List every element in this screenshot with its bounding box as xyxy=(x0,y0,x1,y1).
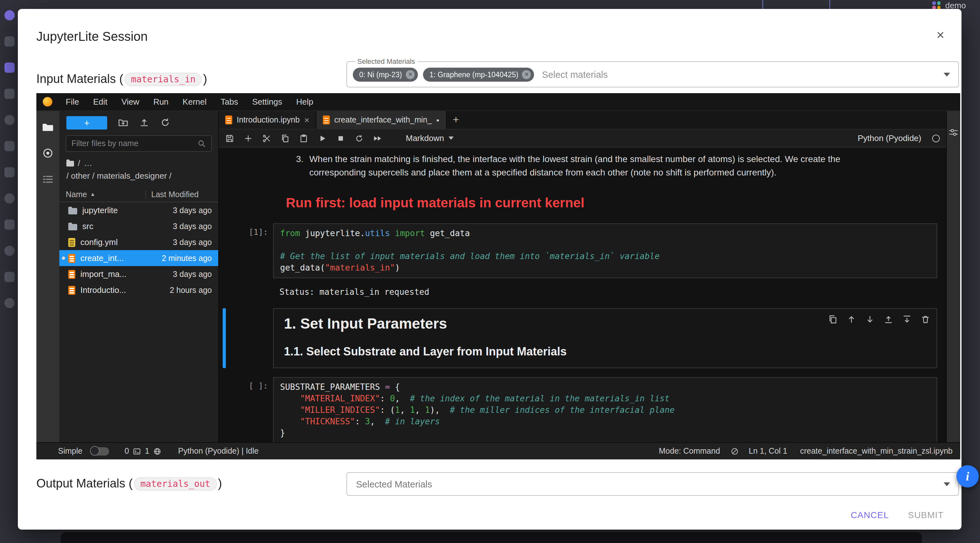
trust-icon xyxy=(730,447,738,455)
menu-item-kernel[interactable]: Kernel xyxy=(175,93,213,111)
app-tool-icon xyxy=(5,167,15,177)
breadcrumb-path[interactable]: / other / materials_designer / xyxy=(66,170,211,183)
menu-item-edit[interactable]: Edit xyxy=(86,93,115,111)
move-cell-down-icon[interactable] xyxy=(865,315,875,324)
menu-item-view[interactable]: View xyxy=(115,93,146,111)
running-kernels-icon[interactable] xyxy=(42,147,54,159)
menu-item-tabs[interactable]: Tabs xyxy=(214,93,245,111)
restart-kernel-icon[interactable] xyxy=(355,134,364,143)
background-panel xyxy=(60,532,922,543)
dock-panel: Introduction.ipynb×create_interface_with… xyxy=(219,111,946,442)
file-row[interactable]: config.yml3 days ago xyxy=(59,234,218,250)
file-modified: 2 minutes ago xyxy=(162,254,212,263)
material-chip[interactable]: 0: Ni (mp-23)× xyxy=(353,67,418,81)
jupyterlite-session-dialog: JupyterLite Session × Input Materials ( … xyxy=(18,9,961,530)
command-mode-label[interactable]: Mode: Command xyxy=(659,447,720,455)
file-row[interactable]: src3 days ago xyxy=(59,218,218,234)
move-cell-up-icon[interactable] xyxy=(846,315,856,324)
close-icon[interactable]: × xyxy=(304,115,309,125)
notebook-icon xyxy=(68,254,75,263)
delete-cell-icon[interactable] xyxy=(921,315,930,324)
yaml-icon xyxy=(68,238,75,247)
terminals-count[interactable]: 0 xyxy=(124,447,129,455)
run-icon[interactable] xyxy=(318,134,327,143)
property-inspector-icon[interactable] xyxy=(949,127,958,442)
new-launcher-button[interactable]: + xyxy=(66,116,107,129)
cell-collapser[interactable] xyxy=(223,223,226,278)
code-editor[interactable]: SUBSTRATE_PARAMETERS = { "MATERIAL_INDEX… xyxy=(273,377,937,442)
stop-icon[interactable] xyxy=(336,134,345,143)
copy-icon[interactable] xyxy=(281,134,290,143)
code-editor[interactable]: from jupyterlite.utils import get_data #… xyxy=(273,223,937,278)
sort-asc-icon: ▲ xyxy=(90,192,95,197)
kernel-name[interactable]: Python (Pyodide) xyxy=(858,133,921,143)
file-browser-icon[interactable] xyxy=(42,121,54,133)
tab-bar: Introduction.ipynb×create_interface_with… xyxy=(219,111,446,129)
kernel-status-icon xyxy=(932,134,940,142)
file-row[interactable]: jupyterlite3 days ago xyxy=(59,202,218,218)
duplicate-cell-icon[interactable] xyxy=(828,315,838,324)
output-materials-select[interactable]: Selected Materials xyxy=(347,472,959,496)
code-cell[interactable]: [ ]: SUBSTRATE_PARAMETERS = { "MATERIAL_… xyxy=(223,377,937,442)
app-logo-icon xyxy=(5,10,15,21)
cut-icon[interactable] xyxy=(262,134,271,143)
table-of-contents-icon[interactable] xyxy=(42,174,54,185)
cell-type-dropdown[interactable]: Markdown xyxy=(406,133,453,143)
cell-collapser[interactable] xyxy=(223,153,226,210)
selected-markdown-cell[interactable]: 1. Set Input Parameters 1.1. Select Subs… xyxy=(223,308,937,368)
cursor-position[interactable]: Ln 1, Col 1 xyxy=(749,447,788,455)
cell-collapser[interactable] xyxy=(223,377,226,442)
kernel-status-text[interactable]: Python (Pyodide) | Idle xyxy=(178,447,258,455)
file-row[interactable]: Introductio...2 hours ago xyxy=(59,282,218,298)
refresh-icon[interactable] xyxy=(160,118,170,127)
info-icon: i xyxy=(966,469,969,483)
input-materials-label: Input Materials ( materials_in ) xyxy=(37,72,207,86)
active-filename[interactable]: create_interface_with_min_strain_zsl.ipy… xyxy=(800,447,953,455)
upload-icon[interactable] xyxy=(139,118,149,127)
insert-cell-icon[interactable] xyxy=(244,134,253,143)
selected-materials-field[interactable]: Selected Materials 0: Ni (mp-23)×1: Grap… xyxy=(347,61,959,88)
tab-create-interface-with-min-[interactable]: create_interface_with_min_● xyxy=(317,111,446,129)
cell-collapser[interactable] xyxy=(223,308,226,368)
chevron-down-icon[interactable] xyxy=(943,73,950,76)
file-name: src xyxy=(82,222,173,231)
menu-item-help[interactable]: Help xyxy=(289,93,320,111)
file-modified: 3 days ago xyxy=(173,270,212,279)
output-materials-label: Output Materials ( materials_out ) xyxy=(37,477,222,490)
dirty-indicator-icon[interactable]: ● xyxy=(436,117,440,123)
file-row[interactable]: import_ma...3 days ago xyxy=(59,266,218,282)
file-row[interactable]: create_int...2 minutes ago xyxy=(59,250,218,266)
column-name[interactable]: Name ▲ xyxy=(66,190,145,199)
paste-icon[interactable] xyxy=(299,134,308,143)
file-name: create_int... xyxy=(80,254,162,263)
jupyterlab-frame: FileEditViewRunKernelTabsSettingsHelp xyxy=(37,93,960,459)
cancel-button[interactable]: CANCEL xyxy=(851,510,889,520)
menu-item-file[interactable]: File xyxy=(59,93,86,111)
markdown-cell[interactable]: 3. When the strain matching is finished,… xyxy=(223,153,937,210)
home-folder-icon[interactable] xyxy=(66,161,74,166)
chevron-down-icon[interactable] xyxy=(943,482,950,486)
new-folder-icon[interactable] xyxy=(118,118,128,127)
restart-run-all-icon[interactable] xyxy=(373,134,382,143)
column-last-modified[interactable]: Last Modified xyxy=(145,190,212,199)
code-cell[interactable]: [1]: from jupyterlite.utils import get_d… xyxy=(223,223,937,278)
close-icon[interactable]: × xyxy=(932,27,949,43)
breadcrumb[interactable]: / … / other / materials_designer / xyxy=(59,157,218,187)
submit-button[interactable]: SUBMIT xyxy=(908,510,943,520)
filter-files-input[interactable]: Filter files by name xyxy=(66,135,212,152)
insert-cell-above-icon[interactable] xyxy=(884,315,893,324)
save-icon[interactable] xyxy=(225,134,234,143)
notebook-toolbar: Markdown Python (Pyodide) xyxy=(219,129,946,147)
chip-delete-icon[interactable]: × xyxy=(406,70,415,79)
material-chip[interactable]: 1: Graphene (mp-1040425)× xyxy=(423,67,535,81)
menu-item-settings[interactable]: Settings xyxy=(245,93,289,111)
new-tab-icon[interactable]: + xyxy=(446,111,465,129)
tab-introduction-ipynb[interactable]: Introduction.ipynb× xyxy=(219,111,317,129)
simple-mode-toggle[interactable] xyxy=(90,447,109,455)
menu-item-run[interactable]: Run xyxy=(146,93,176,111)
insert-cell-below-icon[interactable] xyxy=(902,315,912,324)
info-button[interactable]: i xyxy=(956,465,979,487)
notebook-icon xyxy=(68,270,75,279)
chip-delete-icon[interactable]: × xyxy=(522,70,531,79)
kernels-count[interactable]: 1 xyxy=(145,447,149,455)
